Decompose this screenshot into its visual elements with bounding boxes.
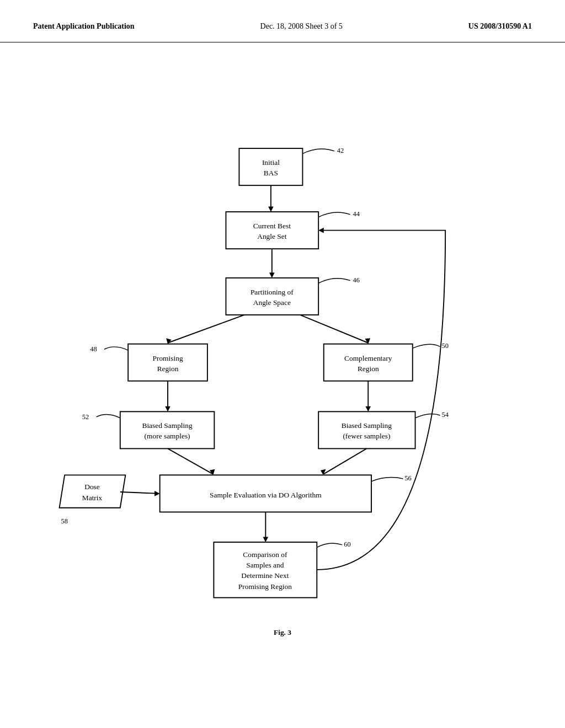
current-best-box xyxy=(226,212,318,249)
promising-label1: Promising xyxy=(152,354,183,362)
arrow-biased-fewer-to-eval xyxy=(324,448,367,474)
dose-matrix-box xyxy=(60,475,126,507)
arrowhead-6 xyxy=(365,406,371,412)
initial-bas-label: Initial xyxy=(262,158,280,167)
ref50-line xyxy=(413,344,440,348)
ref56-line xyxy=(371,478,403,481)
initial-bas-box xyxy=(239,148,302,185)
arrowhead-2 xyxy=(269,272,275,278)
ref48-line xyxy=(104,347,128,350)
ref44-text: 44 xyxy=(353,210,360,218)
ref60-line xyxy=(317,543,342,548)
arrow-biased-more-to-eval xyxy=(168,448,212,474)
arrow-partition-to-complementary xyxy=(300,315,369,343)
biased-more-box xyxy=(120,411,215,448)
biased-fewer-label2: (fewer samples) xyxy=(343,432,390,440)
ref54-text: 54 xyxy=(441,411,449,419)
ref58-text: 58 xyxy=(61,518,67,526)
comparison-label4: Promising Region xyxy=(238,582,292,591)
biased-more-label1: Biased Sampling xyxy=(142,421,193,430)
ref56-text: 56 xyxy=(404,474,411,482)
diagram-container: text { font-family: 'Times New Roman', T… xyxy=(0,48,565,682)
header-left: Patent Application Publication xyxy=(33,22,135,31)
ref52-text: 52 xyxy=(82,413,89,421)
ref60-text: 60 xyxy=(344,540,350,548)
header-right: US 2008/310590 A1 xyxy=(468,22,532,31)
ref54-line xyxy=(415,414,440,418)
ref46-line xyxy=(318,279,350,283)
current-best-label2: Angle Set xyxy=(257,232,287,240)
flowchart-svg: text { font-family: 'Times New Roman', T… xyxy=(0,48,565,682)
promising-box xyxy=(128,344,207,381)
header-center: Dec. 18, 2008 Sheet 3 of 5 xyxy=(260,22,343,31)
arrow-partition-to-promising xyxy=(168,315,244,343)
complementary-box xyxy=(324,344,413,381)
complementary-label1: Complementary xyxy=(344,354,392,362)
ref50-text: 50 xyxy=(441,342,448,350)
biased-fewer-label1: Biased Sampling xyxy=(342,421,392,430)
ref44-line xyxy=(318,212,350,217)
arrowhead-11 xyxy=(318,228,324,233)
comparison-label2: Samples and xyxy=(246,561,284,569)
ref42-text: 42 xyxy=(337,147,344,154)
comparison-label3: Determine Next xyxy=(241,571,289,580)
ref48-text: 48 xyxy=(90,345,97,353)
current-best-label1: Current Best xyxy=(253,222,291,230)
arrowhead-8 xyxy=(321,469,326,475)
ref46-text: 46 xyxy=(353,276,359,284)
sample-eval-label: Sample Evaluation via DO Algorithm xyxy=(210,491,322,499)
arrow-dose-to-eval xyxy=(120,492,159,494)
arrowhead-10 xyxy=(263,537,269,542)
arrowhead-3 xyxy=(166,338,172,344)
initial-bas-label2: BAS xyxy=(264,169,278,177)
complementary-label2: Region xyxy=(358,365,379,373)
partitioning-label2: Angle Space xyxy=(253,298,291,307)
comparison-label1: Comparison of xyxy=(243,550,287,559)
biased-fewer-box xyxy=(318,411,415,448)
partitioning-box xyxy=(226,278,318,315)
figure-label: Fig. 3 xyxy=(274,628,291,636)
ref42-line xyxy=(302,149,334,154)
arrow-comparison-to-current xyxy=(317,231,445,570)
arrowhead-9 xyxy=(154,491,160,496)
promising-label2: Region xyxy=(157,365,179,373)
arrowhead-1 xyxy=(268,207,274,212)
dose-matrix-label1: Dose xyxy=(84,483,100,491)
arrowhead-5 xyxy=(165,406,170,412)
ref52-line xyxy=(97,415,120,418)
partitioning-label1: Partitioning of xyxy=(250,288,294,296)
biased-more-label2: (more samples) xyxy=(145,432,190,440)
dose-matrix-label2: Matrix xyxy=(82,494,103,502)
page-header: Patent Application Publication Dec. 18, … xyxy=(0,0,565,42)
